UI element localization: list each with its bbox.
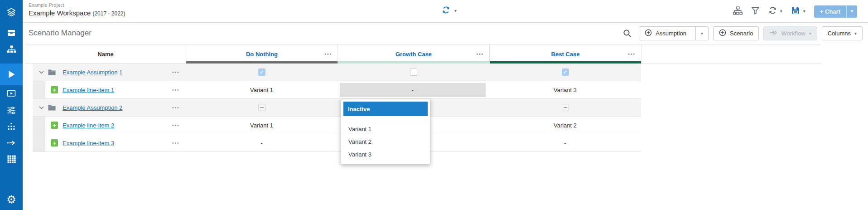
chevron-down-icon: ▾: [803, 9, 805, 14]
folder-icon: [48, 104, 56, 111]
add-chart-button[interactable]: + Chart ▾: [814, 5, 857, 18]
scenario-cell-best-case: [489, 99, 641, 116]
refresh-icon: [768, 6, 777, 16]
scenario-cell-do-nothing[interactable]: -: [186, 134, 338, 151]
variant-value: Variant 2: [554, 122, 577, 129]
refresh-control[interactable]: ▾: [768, 6, 782, 16]
chevron-down-icon: ▾: [851, 9, 853, 14]
chevron-down-icon[interactable]: [39, 71, 44, 74]
add-chart-caret[interactable]: ▾: [846, 5, 857, 18]
column-accent-bar: [490, 61, 641, 63]
search-button[interactable]: [623, 29, 632, 38]
dropdown-option[interactable]: Variant 1: [341, 122, 430, 135]
column-label: Best Case: [551, 51, 580, 58]
sitemap-button[interactable]: [733, 6, 743, 17]
column-label: Do Nothing: [246, 51, 278, 58]
sidebar-item-tables[interactable]: [0, 154, 23, 165]
screen-play-icon: [6, 89, 17, 100]
column-menu-dots[interactable]: •••: [324, 52, 332, 57]
sidebar-item-workflow[interactable]: [0, 138, 23, 149]
workflow-button[interactable]: Workflow ▾: [763, 26, 817, 40]
chevron-down-icon: ▾: [701, 31, 703, 36]
checkbox[interactable]: [258, 68, 265, 76]
add-circle-icon: [719, 29, 726, 38]
dropdown-option-selected[interactable]: Inactive: [343, 102, 428, 116]
checkbox[interactable]: [258, 104, 265, 111]
page-title: Scenario Manager: [29, 29, 92, 38]
sidebar-item-hierarchy[interactable]: [0, 45, 23, 56]
line-item-link[interactable]: Example line-item 3: [63, 140, 114, 147]
checkbox[interactable]: [562, 68, 569, 76]
add-assumption-caret[interactable]: ▾: [695, 27, 708, 40]
column-header-best-case[interactable]: Best Case •••: [489, 44, 641, 63]
row-menu-dots[interactable]: •••: [172, 70, 180, 75]
row-menu-dots[interactable]: •••: [172, 141, 180, 146]
sidebar-item-archive[interactable]: [0, 28, 23, 39]
scenario-cell-best-case[interactable]: Variant 3: [489, 81, 641, 98]
sitemap-icon: [733, 6, 743, 17]
column-menu-dots[interactable]: •••: [628, 52, 636, 57]
variant-value: -: [260, 140, 262, 147]
sidebar-item-settings-sliders[interactable]: [0, 105, 23, 117]
indent-guide: [33, 134, 45, 151]
scenario-cell-best-case: [489, 63, 641, 81]
table-row-assumption-1: Example Assumption 1 •••: [33, 63, 641, 81]
column-header-do-nothing[interactable]: Do Nothing •••: [186, 44, 338, 63]
sidebar-item-presentation[interactable]: [0, 89, 23, 100]
line-item-plus-icon: +: [51, 122, 58, 129]
chevron-down-icon: ▾: [780, 9, 782, 14]
filter-button[interactable]: [751, 6, 760, 17]
row-menu-dots[interactable]: •••: [172, 105, 180, 110]
table-body: Example Assumption 1 ••• + Example line-…: [25, 63, 641, 152]
table-row-line-item-2: + Example line-item 2 ••• Variant 1 Vari…: [33, 117, 641, 134]
selected-variant-cell[interactable]: -: [340, 83, 486, 97]
column-accent-bar: [338, 61, 489, 63]
project-label: Example Project: [29, 3, 125, 8]
columns-button[interactable]: Columns ▾: [822, 26, 863, 40]
scenario-cell-do-nothing[interactable]: Variant 1: [186, 81, 338, 98]
dropdown-separator: [346, 120, 425, 120]
variant-value: -: [564, 140, 566, 147]
column-header-filler: [641, 44, 820, 63]
dropdown-option[interactable]: Variant 3: [341, 148, 430, 161]
line-item-plus-icon: +: [51, 139, 58, 147]
checkbox[interactable]: [562, 104, 569, 111]
checkbox[interactable]: [410, 68, 417, 76]
row-menu-dots[interactable]: •••: [172, 88, 180, 93]
sidebar-item-nodes[interactable]: [0, 122, 23, 133]
scenario-cell-growth-case: [338, 63, 489, 81]
folder-icon: [48, 69, 56, 75]
layers-icon: [6, 7, 17, 19]
assumption-link[interactable]: Example Assumption 2: [63, 104, 122, 111]
add-scenario-button[interactable]: Scenario: [713, 26, 759, 40]
column-header-growth-case[interactable]: Growth Case •••: [338, 44, 489, 63]
scenario-cell-do-nothing[interactable]: Variant 1: [186, 117, 338, 134]
column-accent-bar: [186, 61, 338, 63]
gear-icon: ⚙: [6, 194, 16, 205]
chevron-down-icon[interactable]: [39, 106, 44, 109]
assumption-link[interactable]: Example Assumption 1: [63, 69, 122, 76]
sync-control[interactable]: ▾: [442, 6, 457, 16]
scenario-cell-best-case[interactable]: -: [489, 134, 641, 151]
workflow-arrow-icon: [769, 29, 777, 37]
column-label: Growth Case: [395, 51, 432, 58]
name-cell: + Example line-item 1 •••: [33, 81, 186, 98]
line-item-link[interactable]: Example line-item 2: [63, 122, 114, 129]
name-cell: Example Assumption 2 •••: [33, 99, 186, 116]
add-assumption-button[interactable]: Assumption ▾: [639, 26, 709, 40]
columns-label: Columns: [828, 30, 851, 37]
row-menu-dots[interactable]: •••: [172, 123, 180, 128]
variant-value: Variant 3: [554, 87, 577, 93]
column-menu-dots[interactable]: •••: [476, 52, 484, 57]
dropdown-option[interactable]: Variant 2: [341, 135, 430, 148]
scenario-cell-do-nothing: [186, 99, 338, 116]
save-control[interactable]: ▾: [791, 6, 805, 17]
scenario-cell-best-case[interactable]: Variant 2: [489, 117, 641, 134]
sidebar-item-scenarios-active[interactable]: [0, 69, 23, 82]
chevron-down-icon: ▾: [854, 31, 857, 36]
sidebar-item-admin[interactable]: ⚙: [0, 194, 23, 205]
workspace-header: Example Project Example Workspace (2017 …: [29, 3, 125, 17]
line-item-link[interactable]: Example line-item 1: [63, 87, 114, 93]
page-toolbar: Scenario Manager Assumption ▾ Scenario W…: [23, 23, 868, 44]
sidebar-item-layers[interactable]: [0, 7, 23, 19]
